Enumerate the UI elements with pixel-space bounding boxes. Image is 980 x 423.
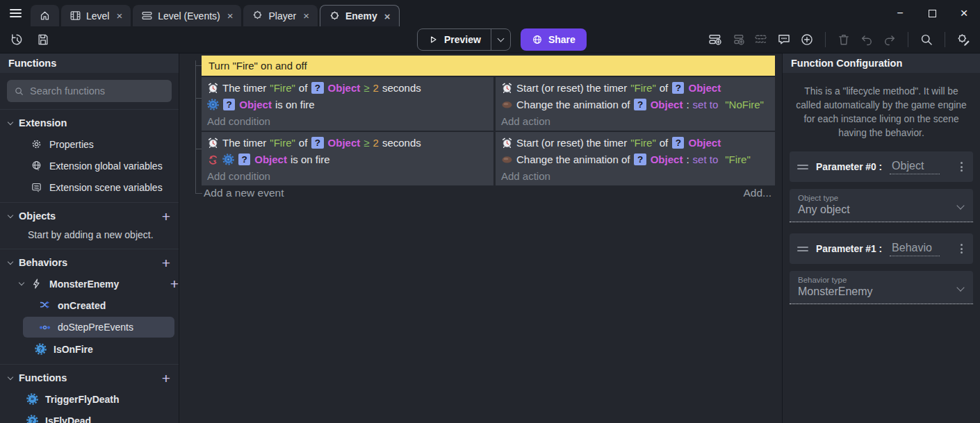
sidebar-item-extension-scene-variables[interactable]: Extension scene variables <box>0 176 179 198</box>
section-objects: Objects + Start by adding a new object. <box>0 202 179 249</box>
comment-icon[interactable] <box>777 33 791 47</box>
actions-panel: Start (or reset) the timer "Fire" of ?Ob… <box>496 132 775 185</box>
add-circle-icon[interactable] <box>800 33 814 47</box>
close-tab-icon[interactable]: × <box>384 10 391 22</box>
undo-icon <box>860 33 874 47</box>
function-configuration-panel: Function Configuration This is a "lifecy… <box>782 53 980 423</box>
extension-icon <box>329 10 341 22</box>
event-instruction[interactable]: Change the animation of ?Object: set to … <box>496 151 775 167</box>
section-header-functions[interactable]: Functions + <box>0 367 179 388</box>
add-action-button[interactable]: Add action <box>496 167 775 184</box>
chevron-down-icon <box>8 212 13 217</box>
sidebar-item-isonfire[interactable]: ? IsOnFire <box>0 338 179 360</box>
parameter-name-input[interactable]: Behavio <box>890 242 940 256</box>
sidebar-item-dosteppreevents[interactable]: doStepPreEvents <box>23 317 174 338</box>
minimize-button[interactable]: − <box>884 0 916 26</box>
section-extension: Extension Properties Extension global va… <box>0 109 179 202</box>
kebab-menu-icon[interactable] <box>958 159 965 174</box>
drag-handle-icon[interactable] <box>797 247 808 251</box>
objects-empty-text: Start by adding a new object. <box>0 226 179 244</box>
add-condition-button[interactable]: Add condition <box>202 167 493 184</box>
toolbar-divider <box>825 32 826 47</box>
chevron-down-icon <box>8 374 13 379</box>
event-instruction[interactable]: Start (or reset) the timer "Fire" of ?Ob… <box>496 134 775 151</box>
event-instruction[interactable]: Change the animation of ?Object: set to … <box>496 96 775 113</box>
main-menu-button[interactable] <box>0 0 31 26</box>
section-header-extension[interactable]: Extension <box>0 113 179 133</box>
add-more-button[interactable]: Add... <box>744 187 772 199</box>
tab-label: Enemy <box>345 10 377 22</box>
search-functions-box[interactable] <box>7 80 172 102</box>
share-button[interactable]: Share <box>521 28 587 51</box>
preview-options-button[interactable] <box>491 29 510 50</box>
event-instruction[interactable]: The timer "Fire" of ?Object ≥ 2 seconds <box>202 134 493 151</box>
parameter-label: Parameter #0 : <box>816 162 882 172</box>
titlebar: Level × Level (Events) × Player × <box>0 0 980 26</box>
search-functions-input[interactable] <box>30 85 165 97</box>
add-action-button[interactable]: Add action <box>496 113 775 129</box>
sidebar-item-extension-global-variables[interactable]: Extension global variables <box>0 155 179 176</box>
sidebar-item-monsterenemy[interactable]: MonsterEnemy + <box>0 273 179 295</box>
object-type-select[interactable]: Object type Any object <box>790 189 973 222</box>
lifecycle-dots-icon <box>39 322 51 333</box>
timer-icon <box>207 137 219 149</box>
share-label: Share <box>548 34 575 45</box>
behavior-type-select[interactable]: Behavior type MonsterEnemy <box>790 271 973 304</box>
globe-icon <box>31 160 42 172</box>
not-icon <box>207 154 219 165</box>
event-tree-line <box>195 60 196 194</box>
tab-enemy[interactable]: Enemy × <box>320 5 400 26</box>
chevron-down-icon <box>19 280 24 285</box>
main-area: Functions Extension Properties Extension… <box>0 53 980 423</box>
toolbar: Preview Share <box>0 26 980 53</box>
extension-icon <box>252 10 263 22</box>
history-icon[interactable] <box>10 33 24 47</box>
sidebar-item-isflydead[interactable]: ? IsFlyDead <box>0 410 179 423</box>
add-behavior-function-button[interactable]: + <box>170 276 179 291</box>
drag-handle-icon[interactable] <box>797 165 808 169</box>
parameter-name-input[interactable]: Object <box>890 160 940 174</box>
sidebar-item-oncreated[interactable]: onCreated <box>0 295 179 316</box>
function-question-icon: ? <box>35 343 47 355</box>
close-tab-icon[interactable]: × <box>303 10 309 22</box>
globe-icon <box>532 34 543 45</box>
add-function-button[interactable]: + <box>162 371 170 385</box>
event-instruction[interactable]: ?Object is on fire <box>202 151 493 167</box>
maximize-button[interactable] <box>916 0 948 26</box>
parameter-0-card: Parameter #0 : Object <box>790 151 973 182</box>
close-button[interactable]: × <box>948 0 980 26</box>
add-event-icon[interactable] <box>708 33 722 47</box>
section-functions: Functions + » TriggerFlyDeath ? IsFlyDea… <box>0 364 179 423</box>
window-controls: − × <box>884 0 980 26</box>
gear-icon <box>31 138 42 150</box>
tab-level[interactable]: Level × <box>61 5 131 26</box>
section-header-behaviors[interactable]: Behaviors + <box>0 252 179 273</box>
sidebar-item-triggerflydeath[interactable]: » TriggerFlyDeath <box>0 388 179 410</box>
add-behavior-button[interactable]: + <box>162 256 170 270</box>
event-comment[interactable]: Turn "Fire" on and off <box>202 56 775 76</box>
tab-player[interactable]: Player × <box>243 5 317 26</box>
close-tab-icon[interactable]: × <box>116 10 122 22</box>
add-new-event-button[interactable]: Add a new event <box>204 187 284 199</box>
animation-icon <box>501 154 513 165</box>
add-condition-button[interactable]: Add condition <box>202 113 493 129</box>
edit-extension-icon[interactable] <box>956 33 970 47</box>
event-instruction[interactable]: ?Object is on fire <box>202 96 493 113</box>
section-header-objects[interactable]: Objects + <box>0 206 179 226</box>
function-question-icon: ? <box>26 415 38 423</box>
tab-level-events[interactable]: Level (Events) × <box>133 5 241 26</box>
tab-home[interactable] <box>31 5 59 26</box>
search-icon[interactable] <box>920 33 933 47</box>
kebab-menu-icon[interactable] <box>958 241 965 256</box>
event-instruction[interactable]: The timer "Fire" of ?Object ≥ 2 seconds <box>202 79 493 96</box>
conditions-panel: The timer "Fire" of ?Object ≥ 2 seconds?… <box>202 132 493 185</box>
event-instruction[interactable]: Start (or reset) the timer "Fire" of ?Ob… <box>496 79 775 96</box>
lifecycle-description: This is a "lifecycle method". It will be… <box>792 85 970 140</box>
add-object-button[interactable]: + <box>162 209 170 224</box>
function-action-icon: » <box>26 393 38 405</box>
save-icon[interactable] <box>36 33 50 47</box>
add-sub-event-icon <box>731 33 745 47</box>
sidebar-item-properties[interactable]: Properties <box>0 133 179 155</box>
close-tab-icon[interactable]: × <box>227 10 234 22</box>
preview-button[interactable]: Preview <box>417 28 511 51</box>
